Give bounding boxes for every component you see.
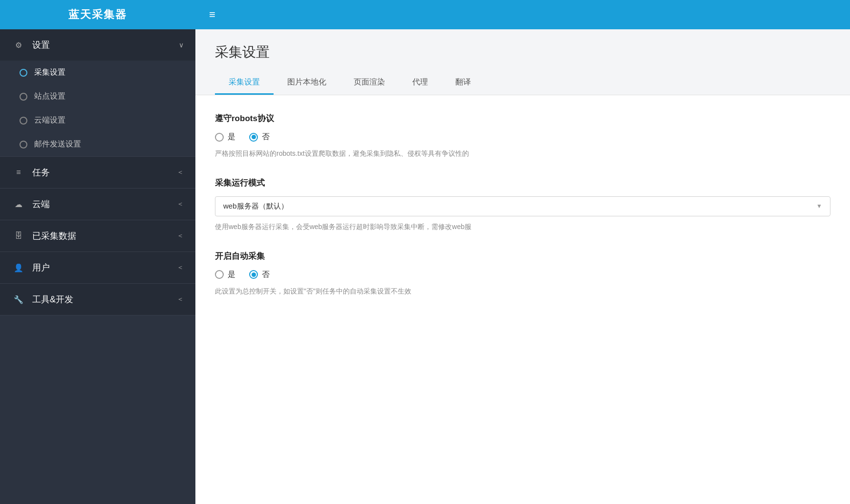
tools-label: 工具&开发 (32, 294, 177, 305)
sidebar-item-users[interactable]: 👤 用户 ＜ (0, 252, 195, 283)
auto-collect-radio-yes[interactable]: 是 (215, 270, 235, 280)
auto-collect-title: 开启自动采集 (215, 251, 830, 262)
robots-yes-label: 是 (228, 132, 235, 142)
dot-icon (20, 141, 27, 148)
robots-radio-group: 是 否 (215, 132, 830, 142)
tab-collect[interactable]: 采集设置 (215, 71, 274, 95)
sidebar-group-tools: 🔧 工具&开发 ＜ (0, 284, 195, 315)
tab-bar: 采集设置 图片本地化 页面渲染 代理 翻译 (215, 71, 830, 95)
collected-data-label: 已采集数据 (32, 230, 177, 242)
page-header: 采集设置 采集设置 图片本地化 页面渲染 代理 翻译 (195, 29, 850, 95)
radio-circle-no-selected (249, 133, 258, 142)
layout: ⚙ 设置 ∨ 采集设置 站点设置 云端设置 邮 (0, 29, 850, 504)
brand-title: 蓝天采集器 (68, 7, 127, 22)
radio-circle-yes (215, 133, 224, 142)
users-label: 用户 (32, 262, 177, 273)
sidebar-group-data: 🗄 已采集数据 ＜ (0, 220, 195, 252)
sidebar-group-cloud: ☁ 云端 ＜ (0, 189, 195, 220)
sidebar: ⚙ 设置 ∨ 采集设置 站点设置 云端设置 邮 (0, 29, 195, 504)
sidebar-item-tools[interactable]: 🔧 工具&开发 ＜ (0, 284, 195, 315)
brand-area: 蓝天采集器 (0, 0, 195, 29)
cloud-icon: ☁ (12, 197, 25, 211)
run-mode-description: 使用web服务器运行采集，会受web服务器运行超时影响导致采集中断，需修改web… (215, 221, 830, 233)
dot-icon (20, 69, 27, 77)
tab-render[interactable]: 页面渲染 (340, 71, 399, 95)
section-run-mode: 采集运行模式 web服务器（默认） ▼ 使用web服务器运行采集，会受web服务… (215, 177, 830, 233)
content-area: 遵守robots协议 是 否 严格按照目标网站的robots.txt设置爬取数据… (195, 95, 850, 504)
cloud-settings-label: 云端设置 (34, 115, 65, 126)
radio-circle-auto-no-selected (249, 270, 258, 279)
cloud-label: 云端 (32, 198, 177, 210)
sidebar-item-tasks[interactable]: ≡ 任务 ＜ (0, 157, 195, 188)
page-title: 采集设置 (215, 43, 830, 62)
robots-radio-no[interactable]: 否 (249, 132, 270, 142)
dot-icon (20, 117, 27, 125)
site-settings-label: 站点设置 (34, 91, 65, 102)
sidebar-item-mail-settings[interactable]: 邮件发送设置 (0, 132, 195, 156)
sidebar-item-site-settings[interactable]: 站点设置 (0, 84, 195, 108)
robots-no-label: 否 (262, 132, 270, 142)
chevron-left-icon: ＜ (177, 168, 184, 177)
database-icon: 🗄 (12, 229, 25, 243)
sidebar-item-cloud-settings[interactable]: 云端设置 (0, 108, 195, 132)
robots-title: 遵守robots协议 (215, 113, 830, 124)
dot-icon (20, 93, 27, 101)
collect-settings-label: 采集设置 (34, 67, 65, 78)
main-content: 采集设置 采集设置 图片本地化 页面渲染 代理 翻译 遵守robots协议 是 (195, 29, 850, 504)
sidebar-item-settings[interactable]: ⚙ 设置 ∨ (0, 29, 195, 61)
radio-circle-auto-yes (215, 270, 224, 279)
settings-sub-menu: 采集设置 站点设置 云端设置 邮件发送设置 (0, 61, 195, 156)
chevron-left-icon: ＜ (177, 263, 184, 272)
chevron-left-icon: ＜ (177, 295, 184, 304)
auto-collect-radio-group: 是 否 (215, 270, 830, 280)
tab-image[interactable]: 图片本地化 (274, 71, 340, 95)
auto-no-label: 否 (262, 270, 270, 280)
sidebar-item-collect-settings[interactable]: 采集设置 (0, 61, 195, 84)
sidebar-settings-label: 设置 (32, 39, 179, 51)
robots-description: 严格按照目标网站的robots.txt设置爬取数据，避免采集到隐私、侵权等具有争… (215, 148, 830, 160)
chevron-left-icon: ＜ (177, 231, 184, 240)
run-mode-select[interactable]: web服务器（默认） ▼ (215, 196, 830, 216)
sidebar-group-tasks: ≡ 任务 ＜ (0, 157, 195, 189)
wrench-icon: 🔧 (12, 293, 25, 306)
tab-proxy[interactable]: 代理 (399, 71, 442, 95)
sidebar-item-cloud[interactable]: ☁ 云端 ＜ (0, 189, 195, 220)
mail-settings-label: 邮件发送设置 (34, 139, 81, 149)
run-mode-value: web服务器（默认） (223, 202, 288, 211)
sidebar-item-collected-data[interactable]: 🗄 已采集数据 ＜ (0, 220, 195, 252)
menu-toggle-button[interactable]: ≡ (195, 8, 229, 21)
header: 蓝天采集器 ≡ (0, 0, 850, 29)
dropdown-arrow-icon: ▼ (816, 203, 822, 210)
sidebar-group-settings: ⚙ 设置 ∨ 采集设置 站点设置 云端设置 邮 (0, 29, 195, 157)
robots-radio-yes[interactable]: 是 (215, 132, 235, 142)
auto-yes-label: 是 (228, 270, 235, 280)
sidebar-group-users: 👤 用户 ＜ (0, 252, 195, 284)
chevron-left-icon: ＜ (177, 200, 184, 209)
run-mode-title: 采集运行模式 (215, 177, 830, 189)
tab-translate[interactable]: 翻译 (442, 71, 485, 95)
auto-collect-radio-no[interactable]: 否 (249, 270, 270, 280)
list-icon: ≡ (12, 166, 25, 179)
user-icon: 👤 (12, 261, 25, 274)
section-robots: 遵守robots协议 是 否 严格按照目标网站的robots.txt设置爬取数据… (215, 113, 830, 160)
chevron-down-icon: ∨ (179, 41, 184, 49)
auto-collect-description: 此设置为总控制开关，如设置"否"则任务中的自动采集设置不生效 (215, 286, 830, 297)
tasks-label: 任务 (32, 167, 177, 178)
section-auto-collect: 开启自动采集 是 否 此设置为总控制开关，如设置"否"则任务中的自动采集设置不生… (215, 251, 830, 297)
gear-icon: ⚙ (12, 38, 25, 52)
